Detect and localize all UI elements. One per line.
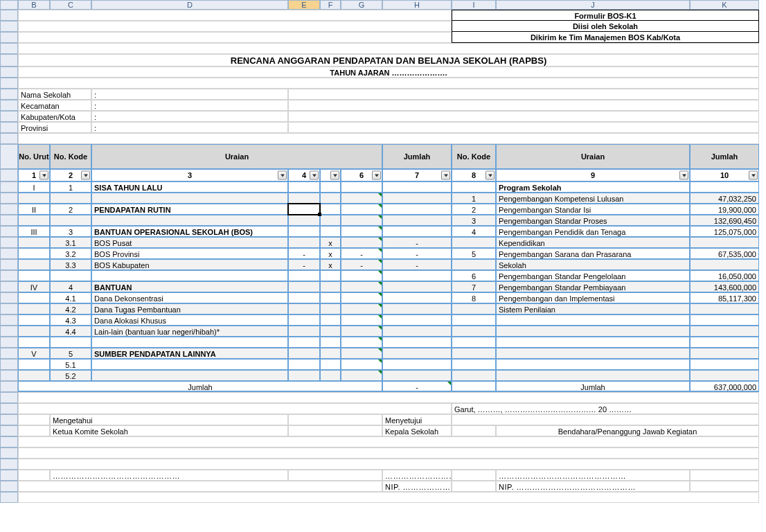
col-header-B[interactable]: B: [18, 0, 50, 10]
row-header[interactable]: [0, 111, 18, 122]
row-header[interactable]: [0, 21, 18, 32]
cell-g[interactable]: [341, 281, 382, 292]
filter-btn[interactable]: [486, 171, 495, 180]
cell-jumlah2[interactable]: 16,050,000: [690, 270, 759, 281]
cell-g[interactable]: [341, 337, 382, 348]
cell-e[interactable]: -: [288, 248, 320, 259]
cell-jumlah2[interactable]: 47,032,250: [690, 193, 759, 204]
col-header-K[interactable]: K: [690, 0, 759, 10]
cell-f[interactable]: x: [320, 237, 341, 248]
cell-uraian[interactable]: [91, 359, 288, 370]
cell-kode2[interactable]: [452, 259, 496, 270]
cell-jumlah2[interactable]: [690, 314, 759, 326]
cell-kode[interactable]: [50, 337, 91, 348]
cell-e[interactable]: [288, 337, 320, 348]
cell-uraian2[interactable]: Sistem Penilaian: [496, 303, 690, 314]
row-header[interactable]: [0, 414, 18, 425]
total-right[interactable]: 637,000,000: [690, 381, 759, 392]
cell-kode[interactable]: 4.2: [50, 303, 91, 314]
cell-urut[interactable]: III: [18, 226, 50, 237]
cell-uraian[interactable]: BOS Pusat: [91, 237, 288, 248]
cell-uraian2[interactable]: Pengembangan Pendidik dan Tenaga: [496, 226, 690, 237]
cell-urut[interactable]: [18, 215, 50, 226]
cell-g[interactable]: [341, 193, 382, 204]
cell-uraian2[interactable]: [496, 359, 690, 370]
row-header[interactable]: [0, 459, 18, 470]
filter-btn[interactable]: [330, 171, 339, 180]
cell-g[interactable]: -: [341, 259, 382, 270]
col-header-G[interactable]: G: [341, 0, 382, 10]
cell-uraian2[interactable]: Pengembangan Standar Pengelolaan: [496, 270, 690, 281]
filter-btn[interactable]: [441, 171, 450, 180]
cell-f[interactable]: [320, 292, 341, 303]
row-header[interactable]: [0, 470, 18, 481]
cell-f[interactable]: [320, 359, 341, 370]
cell-kode2[interactable]: 2: [452, 204, 496, 215]
cell-kode[interactable]: [50, 270, 91, 281]
col-header-C[interactable]: C: [50, 0, 91, 10]
cell-kode[interactable]: 1: [50, 181, 91, 193]
cell-h[interactable]: [382, 359, 452, 370]
cell-urut[interactable]: [18, 193, 50, 204]
row-header[interactable]: [0, 32, 18, 43]
cell-jumlah2[interactable]: 85,117,300: [690, 292, 759, 303]
cell-g[interactable]: [341, 226, 382, 237]
cell-g[interactable]: [341, 215, 382, 226]
cell-f[interactable]: x: [320, 259, 341, 270]
cell-kode2[interactable]: 4: [452, 226, 496, 237]
filter-btn[interactable]: [679, 171, 688, 180]
cell-g[interactable]: [341, 292, 382, 303]
filter-btn[interactable]: [278, 171, 287, 180]
cell-urut[interactable]: [18, 326, 50, 337]
cell-urut[interactable]: [18, 337, 50, 348]
cell-uraian[interactable]: [91, 370, 288, 381]
row-header[interactable]: [0, 89, 18, 100]
cell-uraian2[interactable]: [496, 348, 690, 359]
row-header[interactable]: [0, 392, 18, 403]
cell-urut[interactable]: IV: [18, 281, 50, 292]
cell-kode[interactable]: [50, 215, 91, 226]
filter-btn[interactable]: [310, 171, 319, 180]
cell-kode[interactable]: 3: [50, 226, 91, 237]
cell-e[interactable]: -: [288, 259, 320, 270]
row-header[interactable]: [0, 403, 18, 414]
cell-jumlah2[interactable]: [690, 259, 759, 270]
cell-kode[interactable]: 4.4: [50, 326, 91, 337]
filter-btn[interactable]: [749, 171, 758, 180]
cell-g[interactable]: [341, 348, 382, 359]
cell-e[interactable]: [288, 270, 320, 281]
cell-kode[interactable]: 3.2: [50, 248, 91, 259]
cell-urut[interactable]: [18, 359, 50, 370]
cell-e[interactable]: [288, 359, 320, 370]
cell-f[interactable]: [320, 337, 341, 348]
cell-kode2[interactable]: 1: [452, 193, 496, 204]
cell-uraian[interactable]: BANTUAN OPERASIONAL SEKOLAH (BOS): [91, 226, 288, 237]
cell-g[interactable]: [341, 237, 382, 248]
cell-f[interactable]: [320, 370, 341, 381]
cell-uraian2[interactable]: [496, 337, 690, 348]
cell-uraian2[interactable]: Kependidikan: [496, 237, 690, 248]
cell-kode[interactable]: 4: [50, 281, 91, 292]
cell-uraian[interactable]: [91, 215, 288, 226]
cell-e[interactable]: [288, 326, 320, 337]
cell-jumlah2[interactable]: 125,075,000: [690, 226, 759, 237]
row-header[interactable]: [0, 54, 18, 66]
cell-e[interactable]: [288, 281, 320, 292]
cell-uraian2[interactable]: Pengembangan Kompetensi Lulusan: [496, 193, 690, 204]
row-header[interactable]: [0, 78, 18, 89]
cell-urut[interactable]: V: [18, 348, 50, 359]
cell-kode2[interactable]: 6: [452, 270, 496, 281]
cell-uraian[interactable]: SISA TAHUN LALU: [91, 181, 288, 193]
cell-e[interactable]: [288, 193, 320, 204]
cell-uraian2[interactable]: Pengembangan Standar Proses: [496, 215, 690, 226]
cell-kode2[interactable]: [452, 303, 496, 314]
cell-h[interactable]: [382, 292, 452, 303]
cell-uraian[interactable]: BOS Provinsi: [91, 248, 288, 259]
cell-uraian2[interactable]: [496, 326, 690, 337]
cell-g[interactable]: [341, 270, 382, 281]
cell-e[interactable]: [288, 237, 320, 248]
cell-kode2[interactable]: 8: [452, 292, 496, 303]
filter-btn[interactable]: [372, 171, 381, 180]
cell-jumlah2[interactable]: [690, 348, 759, 359]
cell-e[interactable]: [288, 348, 320, 359]
